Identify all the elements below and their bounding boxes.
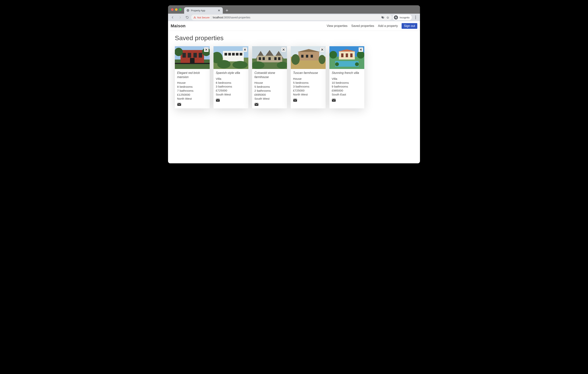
window-maximize-button[interactable] <box>179 8 181 11</box>
page-viewport: Maison View properties Saved properties … <box>168 21 420 163</box>
page-title: Saved properties <box>175 34 413 42</box>
tab-close-button[interactable] <box>218 9 220 12</box>
window-controls <box>170 5 184 14</box>
property-region: North West <box>177 97 207 101</box>
remove-button[interactable] <box>281 47 286 52</box>
browser-menu-button[interactable] <box>413 15 419 20</box>
svg-rect-11 <box>188 53 191 58</box>
browser-window: Property App Not Se <box>168 5 420 163</box>
svg-rect-25 <box>228 53 231 55</box>
svg-rect-55 <box>301 55 304 58</box>
svg-point-59 <box>319 55 326 64</box>
email-button[interactable] <box>216 98 220 102</box>
email-button[interactable] <box>293 98 297 102</box>
address-bar[interactable]: Not Secure localhost:3000/saved-properti… <box>191 15 392 20</box>
warning-icon <box>193 16 196 19</box>
new-tab-button[interactable] <box>224 8 230 13</box>
svg-point-4 <box>415 16 416 16</box>
svg-rect-28 <box>240 53 242 55</box>
security-indicator[interactable]: Not Secure <box>193 16 210 19</box>
bookmark-star-icon[interactable] <box>386 16 389 19</box>
property-type: House <box>293 77 323 81</box>
svg-point-6 <box>415 18 416 19</box>
property-title: Stunning french villa <box>332 71 362 75</box>
profile-chip[interactable]: Incognito <box>392 14 412 21</box>
url-path: :3000/saved-properties <box>223 16 250 19</box>
forward-button[interactable] <box>177 15 183 20</box>
property-region: South East <box>332 93 362 97</box>
property-image <box>252 46 287 69</box>
main-nav: View properties Saved properties Add a p… <box>326 23 417 29</box>
email-button[interactable] <box>332 98 336 102</box>
svg-rect-42 <box>262 57 265 60</box>
brand-logo[interactable]: Maison <box>171 23 186 28</box>
property-image <box>329 46 364 69</box>
window-close-button[interactable] <box>171 8 174 11</box>
svg-point-73 <box>335 62 339 66</box>
svg-rect-10 <box>182 53 186 58</box>
nav-add-property[interactable]: Add a property <box>378 24 398 28</box>
svg-rect-17 <box>175 63 210 64</box>
svg-rect-26 <box>232 53 235 55</box>
svg-rect-14 <box>190 58 195 63</box>
svg-point-72 <box>357 51 364 59</box>
property-card: Stunning french villa Villa 10 bedrooms … <box>329 46 364 108</box>
svg-rect-57 <box>311 55 313 58</box>
mail-icon <box>255 103 258 106</box>
email-button[interactable] <box>177 103 181 106</box>
nav-saved-properties[interactable]: Saved properties <box>351 24 374 28</box>
svg-point-5 <box>415 17 416 18</box>
property-details: Villa 10 bedrooms 9 bathrooms £985000 So… <box>332 77 362 97</box>
eye-off-icon[interactable] <box>381 16 385 19</box>
remove-button[interactable] <box>320 47 325 52</box>
globe-icon <box>186 9 189 12</box>
property-title: Elegant red brick mansion <box>177 71 207 79</box>
remove-button[interactable] <box>204 47 209 52</box>
svg-rect-68 <box>346 53 348 57</box>
svg-rect-12 <box>193 53 197 58</box>
svg-rect-69 <box>350 53 353 57</box>
reload-button[interactable] <box>184 15 190 20</box>
svg-rect-44 <box>274 57 277 60</box>
mail-icon <box>216 99 220 102</box>
app-header: Maison View properties Saved properties … <box>168 21 420 31</box>
svg-point-30 <box>217 60 231 68</box>
nav-view-properties[interactable]: View properties <box>326 24 347 28</box>
property-details: House 5 bedrooms 2 bathrooms £695000 Sou… <box>254 81 285 101</box>
property-image <box>291 46 326 69</box>
property-title: Tuscan farmhouse <box>293 71 323 75</box>
tab-title: Property App <box>191 9 216 12</box>
property-bathrooms: 3 bathrooms <box>216 85 246 89</box>
back-button[interactable] <box>169 15 176 20</box>
svg-rect-67 <box>341 53 343 57</box>
property-region: North West <box>293 93 323 97</box>
window-minimize-button[interactable] <box>175 8 178 11</box>
remove-button[interactable] <box>359 47 363 52</box>
property-image <box>175 46 210 69</box>
svg-point-71 <box>329 51 337 59</box>
property-card: Cotswold stone farmhouse House 5 bedroom… <box>252 46 287 108</box>
property-bathrooms: 9 bathrooms <box>332 85 362 89</box>
svg-rect-23 <box>223 51 244 61</box>
close-icon <box>321 49 323 51</box>
property-bedrooms: 5 bedrooms <box>293 81 323 85</box>
property-type: Villa <box>216 77 246 81</box>
email-button[interactable] <box>254 103 259 106</box>
browser-tab[interactable]: Property App <box>184 7 223 14</box>
svg-point-58 <box>291 54 300 65</box>
url-text: localhost:3000/saved-properties <box>213 16 250 19</box>
property-title: Spanish-style villa <box>216 71 246 75</box>
property-type: Villa <box>332 77 362 81</box>
property-details: House 5 bedrooms 3 bathrooms £725000 Nor… <box>293 77 323 97</box>
svg-rect-41 <box>259 57 261 60</box>
property-price: £725000 <box>216 89 246 93</box>
sign-out-button[interactable]: Sign out <box>402 23 417 29</box>
profile-label: Incognito <box>399 16 410 19</box>
property-bedrooms: 10 bedrooms <box>332 81 362 85</box>
svg-rect-56 <box>306 55 308 58</box>
remove-button[interactable] <box>243 47 247 52</box>
close-icon <box>360 49 362 51</box>
property-card: Spanish-style villa Villa 6 bedrooms 3 b… <box>213 46 248 108</box>
svg-point-74 <box>355 62 359 66</box>
svg-rect-45 <box>278 57 280 60</box>
